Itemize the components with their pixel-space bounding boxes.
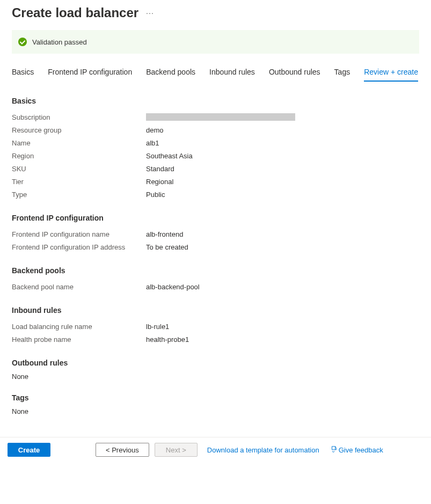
tab-outbound-rules[interactable]: Outbound rules — [269, 64, 320, 82]
tab-frontend-ip[interactable]: Frontend IP configuration — [48, 64, 132, 82]
next-button: Next > — [155, 443, 198, 457]
create-button[interactable]: Create — [8, 443, 50, 457]
value-frontend-name: alb-frontend — [146, 230, 183, 238]
validation-banner: Validation passed — [12, 30, 419, 54]
label-sku: SKU — [12, 165, 146, 173]
tab-tags[interactable]: Tags — [334, 64, 350, 82]
value-sku: Standard — [146, 165, 174, 173]
footer-actions: Create < Previous Next > Download a temp… — [0, 437, 431, 462]
label-backend-name: Backend pool name — [12, 283, 146, 291]
value-frontend-ip: To be created — [146, 243, 188, 251]
label-type: Type — [12, 191, 146, 199]
check-circle-icon — [18, 38, 27, 46]
more-icon[interactable]: ··· — [146, 9, 154, 17]
label-frontend-name: Frontend IP configuration name — [12, 230, 146, 238]
tags-none: None — [12, 407, 419, 415]
section-outbound-title: Outbound rules — [12, 359, 419, 367]
feedback-icon — [330, 445, 338, 455]
section-backend-title: Backend pools — [12, 266, 419, 275]
outbound-none: None — [12, 372, 419, 381]
label-lb-rule: Load balancing rule name — [12, 323, 146, 331]
value-name: alb1 — [146, 139, 159, 147]
value-health-probe: health-probe1 — [146, 335, 189, 344]
tab-inbound-rules[interactable]: Inbound rules — [209, 64, 255, 82]
validation-message: Validation passed — [32, 38, 87, 46]
value-resource-group: demo — [146, 126, 164, 134]
tab-review-create[interactable]: Review + create — [364, 64, 418, 82]
section-tags-title: Tags — [12, 393, 419, 402]
tab-basics[interactable]: Basics — [12, 64, 34, 82]
label-region: Region — [12, 152, 146, 160]
give-feedback-link[interactable]: Give feedback — [330, 445, 383, 455]
section-inbound-title: Inbound rules — [12, 306, 419, 315]
tab-backend-pools[interactable]: Backend pools — [146, 64, 195, 82]
download-template-link[interactable]: Download a template for automation — [207, 446, 319, 454]
value-subscription-redacted — [146, 113, 295, 121]
previous-button[interactable]: < Previous — [96, 443, 149, 457]
value-lb-rule: lb-rule1 — [146, 323, 169, 331]
value-region: Southeast Asia — [146, 152, 193, 160]
label-tier: Tier — [12, 178, 146, 186]
value-backend-name: alb-backend-pool — [146, 283, 200, 291]
label-health-probe: Health probe name — [12, 335, 146, 344]
label-subscription: Subscription — [12, 113, 146, 121]
label-resource-group: Resource group — [12, 126, 146, 134]
value-type: Public — [146, 191, 165, 199]
section-basics-title: Basics — [12, 97, 419, 105]
section-frontend-title: Frontend IP configuration — [12, 214, 419, 222]
wizard-tabs: Basics Frontend IP configuration Backend… — [12, 64, 419, 82]
value-tier: Regional — [146, 178, 173, 186]
label-name: Name — [12, 139, 146, 147]
page-title: Create load balancer — [12, 5, 138, 20]
label-frontend-ip: Frontend IP configuration IP address — [12, 243, 146, 251]
give-feedback-label: Give feedback — [339, 446, 383, 454]
